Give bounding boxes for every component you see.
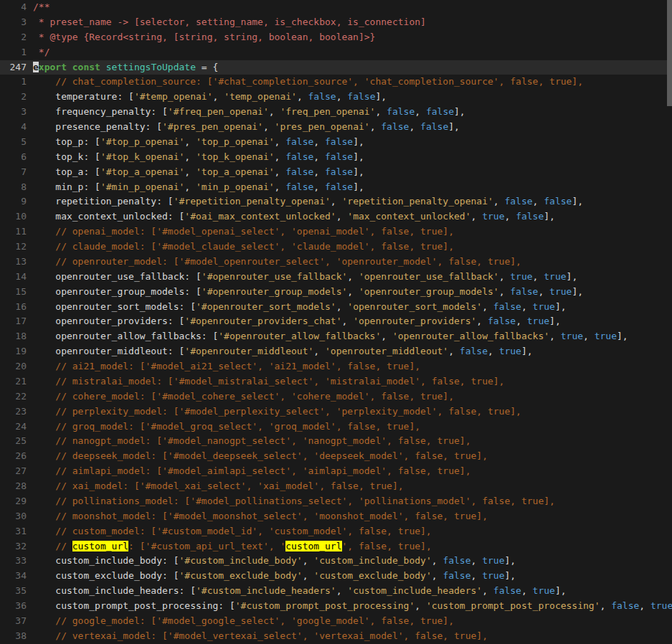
code-line[interactable]: 16 openrouter_sort_models: ['#openrouter…: [0, 300, 672, 315]
token: true: [533, 585, 555, 596]
code-line[interactable]: 13 // openrouter_model: ['#model_openrou…: [0, 255, 672, 270]
line-number: 15: [0, 285, 32, 300]
token: ,: [313, 346, 325, 356]
code-line[interactable]: 6 top_k: ['#top_k_openai', 'top_k_openai…: [0, 150, 672, 165]
code-line[interactable]: 20 // ai21_model: ['#model_ai21_select',…: [0, 359, 672, 374]
token: '#top_k_openai': [100, 151, 184, 162]
code-line[interactable]: 12 // claude_model: ['#model_claude_sele…: [0, 240, 672, 255]
code-line[interactable]: 32 // custom_url: ['#custom_api_url_text…: [0, 539, 672, 554]
token: 'freq_pen_openai': [280, 106, 375, 117]
code-line[interactable]: 33 custom_include_body: ['#custom_includ…: [0, 554, 672, 569]
token: openrouter_use_fallback: [: [33, 271, 202, 282]
line-number: 14: [0, 270, 32, 285]
code-line[interactable]: 30 // moonshot_model: ['#model_moonshot_…: [0, 509, 672, 524]
code-line[interactable]: 11 // openai_model: ['#model_openai_sele…: [0, 224, 672, 240]
code-line[interactable]: 25 // nanogpt_model: ['#model_nanogpt_se…: [0, 434, 672, 449]
code-line[interactable]: 2 * @type {Record<string, [string, strin…: [0, 30, 672, 45]
token: ,: [303, 570, 314, 581]
code-text: // xai_model: ['#model_xai_select', 'xai…: [32, 479, 672, 494]
token: 'custom_exclude_body': [313, 570, 431, 581]
code-line[interactable]: 7 top_a: ['#top_a_openai', 'top_a_openai…: [0, 165, 672, 180]
code-line[interactable]: 14 openrouter_use_fallback: ['#openroute…: [0, 270, 672, 285]
token: true: [482, 211, 504, 222]
code-line[interactable]: 9 repetition_penalty: ['#repetition_pena…: [0, 194, 672, 209]
token: 'openrouter_middleout': [325, 346, 448, 356]
token: '#openrouter_providers_chat': [184, 316, 341, 326]
token: false: [381, 121, 409, 132]
token: // moonshot_model: ['#model_moonshot_sel…: [33, 511, 488, 521]
token: true: [482, 570, 504, 581]
token: ,: [521, 585, 533, 596]
token: ,: [415, 106, 426, 117]
token: ,: [269, 106, 280, 117]
token: ,: [533, 271, 544, 282]
token: * @type {Record<string, [string, string,…: [33, 32, 375, 42]
code-line[interactable]: 27 // aimlapi_model: ['#model_aimlapi_se…: [0, 464, 672, 479]
code-line[interactable]: 3 frequency_penalty: ['#freq_pen_openai'…: [0, 105, 672, 120]
code-text: top_p: ['#top_p_openai', 'top_p_openai',…: [32, 135, 672, 150]
code-line[interactable]: 8 min_p: ['#min_p_openai', 'min_p_openai…: [0, 180, 672, 195]
token: 'max_context_unlocked': [347, 211, 470, 222]
code-line[interactable]: 4 presence_penalty: ['#pres_pen_openai',…: [0, 120, 672, 135]
token: ,: [415, 600, 426, 611]
line-number: 1: [0, 75, 32, 90]
token: ,: [184, 181, 196, 192]
code-line[interactable]: 23 // perplexity_model: ['#model_perplex…: [0, 404, 672, 420]
code-line[interactable]: 28 // xai_model: ['#model_xai_select', '…: [0, 479, 672, 494]
token: frequency_penalty: [: [33, 106, 168, 117]
token: openrouter_middleout: [: [33, 346, 184, 356]
code-line[interactable]: 1 // chat_completion_source: ['#chat_com…: [0, 75, 672, 90]
code-line[interactable]: 1 */: [0, 45, 672, 60]
token: xport: [39, 62, 67, 72]
token: false: [510, 286, 538, 297]
token: settingsToUpdate: [106, 62, 196, 72]
line-number: 4: [0, 0, 32, 15]
code-line[interactable]: 15 openrouter_group_models: ['#openroute…: [0, 285, 672, 300]
token: '#custom_include_headers': [196, 585, 336, 596]
code-text: */: [32, 45, 672, 60]
code-line[interactable]: 35 custom_include_headers: ['#custom_inc…: [0, 584, 672, 599]
token: ,: [297, 91, 308, 102]
code-editor[interactable]: 4/**3 * preset_name -> [selector, settin…: [0, 0, 672, 644]
code-line[interactable]: 18 openrouter_allow_fallbacks: ['#openro…: [0, 329, 672, 344]
code-line[interactable]: 19 openrouter_middleout: ['#openrouter_m…: [0, 344, 672, 359]
code-line[interactable]: 29 // pollinations_model: ['#model_polli…: [0, 494, 672, 509]
code-line[interactable]: 10 max_context_unlocked: ['#oai_max_cont…: [0, 209, 672, 224]
code-line[interactable]: 17 openrouter_providers: ['#openrouter_p…: [0, 314, 672, 329]
code-line[interactable]: 26 // deepseek_model: ['#model_deepseek_…: [0, 449, 672, 464]
code-line[interactable]: 31 // custom_model: ['#custom_model_id',…: [0, 524, 672, 539]
token: true: [499, 346, 521, 356]
token: ,: [504, 211, 516, 222]
token: true: [544, 271, 566, 282]
code-line[interactable]: 21 // mistralai_model: ['#model_mistrala…: [0, 374, 672, 389]
code-line[interactable]: 37 // google_model: ['#model_google_sele…: [0, 614, 672, 629]
code-line[interactable]: 34 custom_exclude_body: ['#custom_exclud…: [0, 569, 672, 584]
token: openrouter_sort_models: [: [33, 301, 196, 312]
code-line[interactable]: 22 // cohere_model: ['#model_cohere_sele…: [0, 389, 672, 404]
token: true: [482, 555, 504, 566]
code-line[interactable]: 3 * preset_name -> [selector, setting_na…: [0, 15, 672, 30]
code-text: frequency_penalty: ['#freq_pen_openai', …: [32, 105, 672, 120]
code-line[interactable]: 36 custom_prompt_post_processing: ['#cus…: [0, 599, 672, 614]
code-text: // chat_completion_source: ['#chat_compl…: [32, 75, 672, 90]
token: ,: [639, 600, 650, 611]
code-text: // nanogpt_model: ['#model_nanogpt_selec…: [32, 434, 672, 449]
scrollbar-thumb[interactable]: [667, 0, 672, 106]
line-number: 31: [0, 524, 32, 539]
token: const: [72, 62, 100, 72]
token: ,: [370, 121, 382, 132]
token: false: [611, 600, 639, 611]
search-highlight: custom_url: [285, 541, 341, 551]
code-line[interactable]: 4/**: [0, 0, 672, 15]
code-line[interactable]: 38 // vertexai_model: ['#model_vertexai_…: [0, 629, 672, 644]
token: 'custom_include_body': [313, 555, 431, 566]
code-text: repetition_penalty: ['#repetition_penalt…: [32, 194, 672, 209]
line-number: 9: [0, 194, 32, 209]
code-line[interactable]: 2 temperature: ['#temp_openai', 'temp_op…: [0, 90, 672, 105]
code-line[interactable]: 24 // groq_model: ['#model_groq_select',…: [0, 420, 672, 435]
code-line-current[interactable]: 247export const settingsToUpdate = {: [0, 60, 672, 75]
token: custom_include_body: [: [33, 555, 179, 566]
token: ,: [313, 166, 325, 177]
code-line[interactable]: 5 top_p: ['#top_p_openai', 'top_p_openai…: [0, 135, 672, 150]
token: ,: [488, 346, 499, 356]
